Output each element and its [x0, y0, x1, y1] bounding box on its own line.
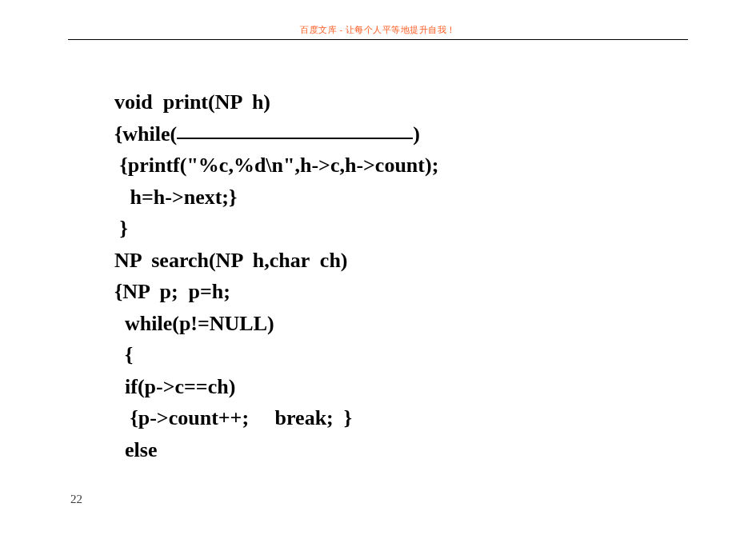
code-line-1: void print(NP h)	[114, 90, 270, 114]
page-number: 22	[70, 493, 82, 506]
code-line-5: }	[114, 217, 128, 240]
fill-in-blank	[177, 118, 413, 139]
code-line-2b: )	[413, 122, 420, 146]
code-line-8: while(p!=NULL)	[114, 312, 274, 335]
code-line-12: else	[114, 438, 157, 461]
document-page: 百度文库 - 让每个人平等地提升自我！ void print(NP h) {wh…	[0, 0, 756, 535]
code-line-9: {	[114, 343, 133, 366]
code-line-3: {printf("%c,%d\n",h->c,h->count);	[114, 154, 438, 177]
header-text: 百度文库 - 让每个人平等地提升自我！	[300, 25, 456, 34]
code-line-11: {p->count++; break; }	[114, 406, 352, 429]
code-line-4: h=h->next;}	[114, 186, 237, 209]
page-header: 百度文库 - 让每个人平等地提升自我！	[68, 24, 688, 40]
code-line-6: NP search(NP h,char ch)	[114, 249, 348, 272]
code-line-10: if(p->c==ch)	[114, 375, 235, 398]
code-block: void print(NP h) {while() {printf("%c,%d…	[114, 86, 688, 465]
code-line-2a: {while(	[114, 122, 177, 146]
code-line-7: {NP p; p=h;	[114, 280, 230, 303]
